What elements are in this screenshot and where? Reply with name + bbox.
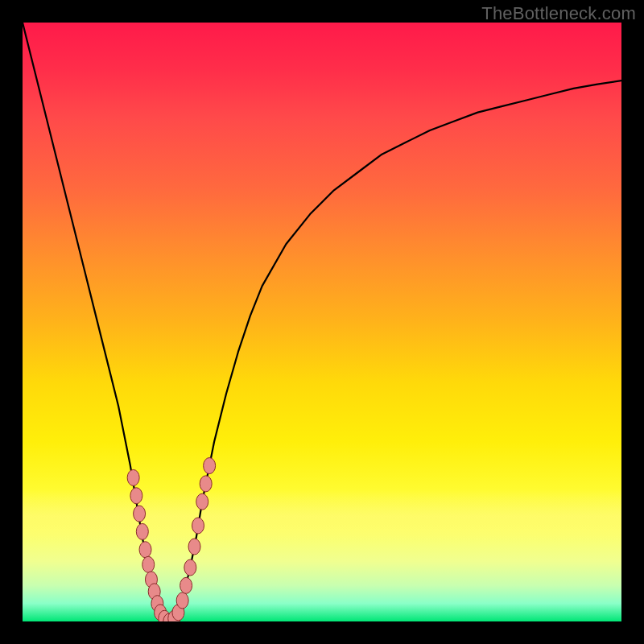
data-marker	[136, 523, 148, 539]
curve-layer	[23, 23, 621, 621]
data-marker	[142, 556, 155, 572]
data-marker	[184, 559, 196, 576]
data-marker	[200, 476, 212, 492]
plot-area	[23, 23, 621, 621]
data-marker	[176, 592, 188, 609]
data-marker	[139, 542, 151, 558]
watermark-text: TheBottleneck.com	[481, 3, 636, 24]
data-marker	[204, 458, 216, 474]
data-marker	[134, 506, 146, 522]
chart-frame: TheBottleneck.com	[0, 0, 644, 644]
data-marker	[127, 469, 139, 485]
bottleneck-curve	[23, 23, 621, 621]
data-marker	[188, 539, 200, 555]
marker-cluster	[127, 458, 215, 621]
data-marker	[180, 577, 192, 593]
data-marker	[192, 518, 204, 534]
data-marker	[130, 488, 142, 504]
data-marker	[196, 493, 208, 510]
